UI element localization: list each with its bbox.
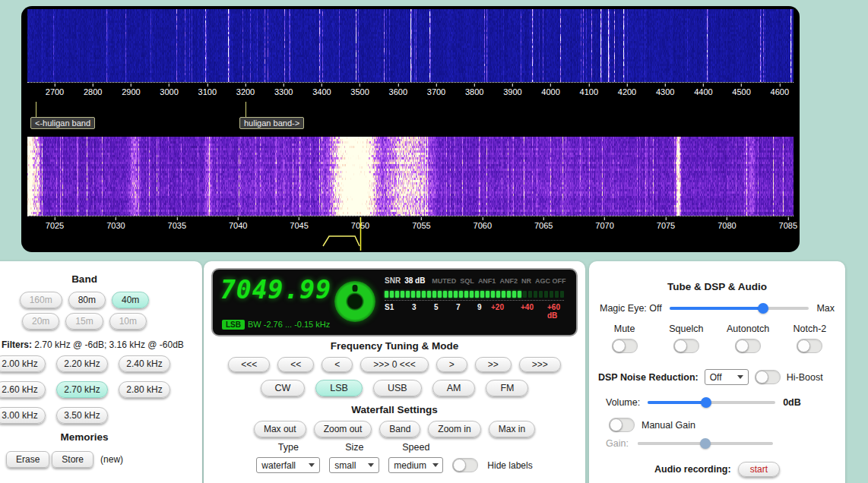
audio-panel-title: Tube & DSP & Audio	[589, 281, 845, 292]
frequency-tick: 4400	[694, 84, 712, 97]
frequency-tick: 4300	[656, 84, 674, 97]
dsp-noise-reduction-value: Off	[710, 372, 722, 383]
mode-button-fm[interactable]: FM	[486, 380, 528, 396]
wf-max-out-button[interactable]: Max out	[254, 421, 306, 437]
erase-button[interactable]: Erase	[6, 451, 49, 468]
hi-boost-label: Hi-Boost	[787, 372, 823, 383]
mode-button-cw[interactable]: CW	[261, 380, 306, 396]
frequency-tick: 2900	[122, 84, 140, 97]
frequency-tick: 3100	[198, 84, 217, 97]
wf-zoom-in-button[interactable]: Zoom in	[428, 421, 480, 437]
magic-eye-label: Magic Eye: Off	[600, 303, 662, 314]
recording-start-button[interactable]: start	[738, 462, 780, 477]
magic-eye-indicator	[334, 281, 375, 322]
mode-button-lsb[interactable]: LSB	[315, 380, 363, 396]
mode-button-am[interactable]: AM	[432, 380, 476, 396]
memories-row: Erase Store (new)	[6, 451, 123, 468]
volume-slider[interactable]	[648, 396, 775, 409]
mode-badge: LSB	[222, 320, 245, 330]
autonotch-label: Autonotch	[727, 324, 769, 334]
waterfall-container: 2700280029003000310032003300340035003600…	[21, 6, 800, 252]
hide-labels-toggle[interactable]	[452, 458, 478, 472]
frequency-tick: 3900	[503, 84, 521, 97]
magic-eye-slider[interactable]	[670, 302, 809, 314]
frequency-tick: 4600	[771, 84, 789, 97]
notch2-toggle[interactable]	[797, 339, 822, 353]
nr-indicator: NR	[521, 277, 531, 285]
magic-eye-max-label: Max	[816, 303, 835, 314]
s-scale-7: 7	[456, 303, 461, 311]
filter-button-2-70[interactable]: 2.70 kHz	[56, 381, 108, 398]
tune-up-med-button[interactable]: >>	[475, 357, 512, 372]
tune-down-fast-button[interactable]: <<<	[228, 357, 270, 372]
passband-indicator[interactable]	[27, 216, 794, 252]
waterfall-speed-select[interactable]: medium	[388, 457, 443, 473]
band-button-10m[interactable]: 10m	[109, 313, 147, 330]
wf-max-in-button[interactable]: Max in	[489, 421, 535, 437]
gain-label: Gain:	[606, 438, 629, 449]
filter-button-3-50[interactable]: 3.50 kHz	[56, 407, 108, 424]
wf-zoom-out-button[interactable]: Zoom out	[314, 421, 372, 437]
filters-label: Filters:	[2, 339, 32, 350]
mode-button-usb[interactable]: USB	[373, 380, 422, 396]
band-button-40m[interactable]: 40m	[112, 292, 149, 308]
notch2-label: Notch-2	[793, 324, 826, 334]
volume-label: Volume:	[606, 397, 640, 408]
filter-button-2-20[interactable]: 2.20 kHz	[56, 355, 108, 372]
waterfall-type-value: waterfall	[261, 460, 296, 471]
s-meter	[385, 291, 564, 301]
receiver-panel: 7049.99 LSB BW -2.76 ... -0.15 kHz SNR 3…	[204, 261, 585, 483]
tune-center-button[interactable]: >>> 0 <<<	[360, 357, 428, 372]
upper-frequency-scale[interactable]: 2700280029003000310032003300340035003600…	[27, 82, 794, 103]
upper-waterfall[interactable]	[27, 9, 794, 82]
filter-button-2-80[interactable]: 2.80 kHz	[119, 381, 170, 398]
frequency-tick: 3000	[160, 84, 178, 97]
squelch-toggle[interactable]	[673, 339, 699, 353]
dsp-noise-reduction-label: DSP Noise Reduction:	[598, 372, 699, 383]
filters-readout: Filters: 2.70 kHz @ -6dB; 3.16 kHz @ -60…	[2, 339, 184, 350]
filter-button-2-60[interactable]: 2.60 kHz	[0, 381, 46, 398]
filter-button-2-00[interactable]: 2.00 kHz	[0, 355, 46, 372]
wf-band-button[interactable]: Band	[379, 421, 420, 437]
tune-down-med-button[interactable]: <<	[277, 357, 314, 372]
memory-new-tag: (new)	[100, 454, 123, 465]
band-button-160m[interactable]: 160m	[20, 292, 62, 308]
mute-toggle[interactable]	[612, 339, 638, 353]
manual-gain-toggle[interactable]	[609, 418, 635, 432]
store-button[interactable]: Store	[52, 451, 93, 468]
tuning-title: Frequency Tuning & Mode	[204, 340, 585, 352]
hi-boost-toggle[interactable]	[755, 370, 781, 384]
dx-label-huligan-right[interactable]: huligan band->	[239, 117, 304, 129]
filter-button-3-00[interactable]: 3.00 kHz	[0, 407, 46, 424]
anf1-indicator: ANF1	[478, 277, 496, 285]
squelch-label: Squelch	[669, 324, 703, 334]
muted-indicator: MUTED	[432, 277, 456, 285]
frequency-tick: 3300	[274, 84, 293, 97]
band-button-15m[interactable]: 15m	[65, 313, 103, 330]
dx-label-huligan-left[interactable]: <-huligan band	[30, 117, 95, 129]
waterfall-type-select[interactable]: waterfall	[256, 457, 320, 473]
lower-waterfall[interactable]	[27, 137, 794, 216]
manual-gain-label: Manual Gain	[641, 420, 695, 431]
tune-down-slow-button[interactable]: <	[322, 357, 353, 372]
s-scale-s1: S1	[385, 303, 394, 311]
band-button-80m[interactable]: 80m	[68, 292, 106, 308]
tune-up-fast-button[interactable]: >>>	[519, 357, 561, 372]
waterfall-size-select[interactable]: small	[329, 457, 379, 473]
audio-dsp-panel: Tube & DSP & Audio Magic Eye: Off Max Mu…	[589, 261, 845, 483]
frequency-tick: 3200	[236, 84, 255, 97]
snr-value: 38 dB	[404, 276, 425, 285]
filter-button-2-40[interactable]: 2.40 kHz	[119, 355, 170, 372]
frequency-tick: 4000	[541, 84, 559, 97]
frequency-tick: 2800	[84, 84, 102, 97]
band-button-20m[interactable]: 20m	[22, 313, 59, 330]
frequency-tick: 4200	[618, 84, 636, 97]
dsp-noise-reduction-select[interactable]: Off	[705, 369, 749, 385]
autonotch-toggle[interactable]	[735, 339, 761, 353]
s-scale-5: 5	[434, 303, 439, 311]
frequency-tick: 3700	[427, 84, 445, 97]
speed-label: Speed	[388, 442, 443, 453]
frequency-tick: 4500	[732, 84, 750, 97]
tune-up-slow-button[interactable]: >	[436, 357, 467, 372]
sql-indicator: SQL	[460, 277, 474, 285]
